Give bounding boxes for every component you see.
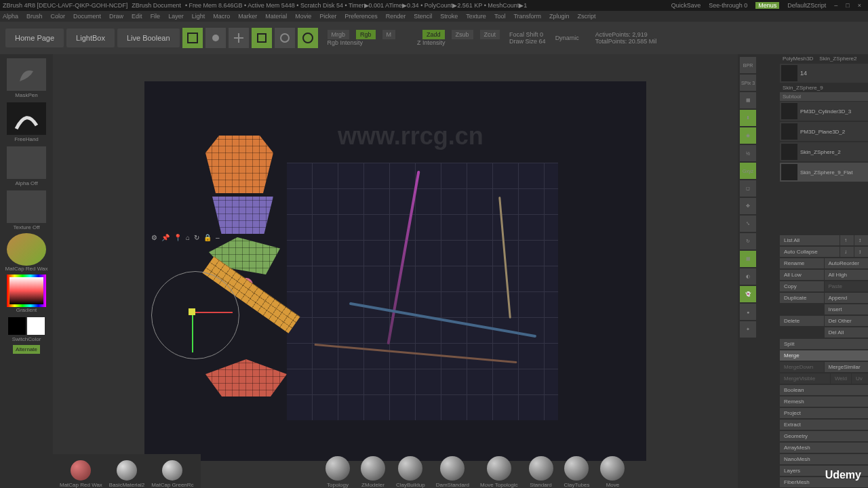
color-picker[interactable] (7, 274, 46, 307)
duplicate-button[interactable]: Duplicate (780, 293, 824, 303)
menu-transform[interactable]: Transform (513, 13, 541, 20)
brush-item[interactable]: ClayBuildup (396, 456, 425, 488)
gizmo-gear-icon[interactable]: ⚙ (151, 234, 157, 241)
menu-preferences[interactable]: Preferences (344, 13, 378, 20)
quicksave-button[interactable]: QuickSave (671, 2, 701, 9)
rgb-intensity-slider[interactable]: Rgb Intensity (328, 39, 363, 46)
menu-zplugin[interactable]: Zplugin (549, 13, 570, 20)
gizmo-lock-icon[interactable]: 🔒 (203, 234, 212, 241)
gizmo-marker-icon[interactable]: 📍 (174, 234, 182, 241)
mergevisible-button[interactable]: MergeVisible (780, 373, 830, 384)
material-item[interactable]: MatCap GreenRc (151, 460, 193, 488)
menu-marker[interactable]: Marker (238, 13, 257, 20)
autoreorder-button[interactable]: AutoReorder (825, 258, 869, 268)
tool-preview[interactable]: 14 (780, 64, 868, 83)
brush-item[interactable]: ZModeler (361, 456, 385, 488)
delother-button[interactable]: Del Other (825, 316, 869, 326)
main-color-swatch[interactable] (8, 317, 26, 335)
gizmo-y-axis[interactable] (192, 312, 193, 352)
solo-button[interactable]: ● (740, 304, 756, 320)
nanomesh-section[interactable]: NanoMesh (780, 454, 868, 464)
brush-preview[interactable] (7, 58, 46, 91)
menu-edit[interactable]: Edit (132, 13, 142, 20)
menu-document[interactable]: Document (73, 13, 101, 20)
allhigh-button[interactable]: All High (825, 270, 869, 280)
persp-button[interactable]: ▦ (740, 92, 756, 108)
brush-item[interactable]: Move (600, 456, 625, 488)
menu-zscript[interactable]: Zscript (578, 13, 596, 20)
tab-skin[interactable]: Skin_ZSphere2 (816, 54, 859, 63)
menu-brush[interactable]: Brush (26, 13, 43, 20)
arrow-up-icon[interactable]: ↑ (840, 235, 854, 245)
menu-draw[interactable]: Draw (109, 13, 123, 20)
subtool-item[interactable]: Skin_ZSphere_2 (780, 142, 868, 161)
seethrough-slider[interactable]: See-through 0 (709, 2, 747, 9)
arraymesh-section[interactable]: ArrayMesh (780, 443, 868, 453)
arrow-icon[interactable]: ↕ (854, 235, 868, 245)
zcut-button[interactable]: Zcut (480, 30, 500, 39)
defaultzscript-button[interactable]: DefaultZScript (787, 2, 826, 9)
gradient-label[interactable]: Gradient (16, 307, 37, 313)
brush-item[interactable]: Standard (529, 456, 553, 488)
spix-button[interactable]: SPix 3 (740, 75, 756, 91)
subtool-section-header[interactable]: Subtool (780, 92, 868, 101)
subtool-item[interactable]: Skin_ZSphere_9_Flat (780, 163, 868, 182)
edit-mode-button[interactable] (182, 28, 203, 48)
floor-button[interactable]: ⬇ (740, 110, 756, 126)
menu-render[interactable]: Render (386, 13, 406, 20)
scale-mode-button[interactable] (252, 28, 272, 48)
z-intensity-slider[interactable]: Z Intensity (417, 39, 446, 46)
draw-mode-button[interactable] (205, 28, 226, 48)
polyf-button[interactable]: ▦ (740, 251, 756, 267)
gizmo-center[interactable] (189, 308, 195, 315)
xpose-button[interactable]: Gxyz (740, 163, 756, 179)
brush-item[interactable]: ClayTubes (564, 456, 590, 488)
liveboolean-button[interactable]: Live Boolean (117, 28, 180, 47)
remesh-section[interactable]: Remesh (780, 396, 868, 407)
paste-button[interactable]: Paste (825, 281, 869, 291)
gizmo-reset-icon[interactable]: ↻ (194, 234, 199, 241)
switchcolor-label[interactable]: SwitchColor (12, 336, 41, 342)
delall-button[interactable]: Del All (825, 327, 869, 338)
mergesimilar-button[interactable]: MergeSimilar (825, 362, 869, 372)
material-item[interactable]: MatCap Red Wax (60, 460, 102, 488)
mesh-torso[interactable] (205, 136, 273, 193)
ghost-button[interactable]: 👻 (740, 286, 756, 302)
listall-button[interactable]: List All (780, 235, 840, 245)
focal-shift-slider[interactable]: Focal Shift 0 (509, 31, 546, 38)
menu-texture[interactable]: Texture (466, 13, 486, 20)
alllow-button[interactable]: All Low (780, 270, 824, 280)
secondary-color-swatch[interactable] (27, 317, 45, 335)
alpha-preview[interactable] (7, 146, 46, 179)
aahalf-button[interactable]: ½ (740, 145, 756, 161)
arrow-down-icon[interactable]: ↓ (840, 247, 854, 257)
menu-color[interactable]: Color (51, 13, 66, 20)
delete-button[interactable]: Delete (780, 316, 824, 326)
lightbox-button[interactable]: LightBox (66, 28, 115, 47)
local-button[interactable]: ◉ (740, 127, 756, 144)
menu-macro[interactable]: Macro (213, 13, 230, 20)
merge-section[interactable]: Merge (780, 350, 868, 361)
brush-item[interactable]: DamStandard (436, 456, 469, 488)
homepage-button[interactable]: Home Page (5, 28, 64, 47)
subtool-item[interactable]: PM3D_Cylinder3D_3 (780, 102, 868, 121)
menu-stencil[interactable]: Stencil (414, 13, 432, 20)
bpr-button[interactable]: BPR (740, 57, 756, 73)
menu-alpha[interactable]: Alpha (3, 13, 18, 20)
uv-button[interactable]: Uv (852, 373, 868, 384)
close-icon[interactable]: × (858, 2, 861, 9)
zadd-button[interactable]: Zadd (422, 30, 445, 39)
menus-toggle[interactable]: Menus (755, 2, 779, 9)
append-button[interactable]: Append (825, 293, 869, 303)
gizmo-rotate-circle[interactable] (151, 271, 239, 359)
material-preview[interactable] (7, 233, 46, 266)
extract-section[interactable]: Extract (780, 420, 868, 430)
rgb-button[interactable]: Rgb (356, 30, 376, 39)
weld-button[interactable]: Weld (831, 373, 851, 384)
stroke-preview[interactable] (7, 102, 46, 135)
brush-item[interactable]: Move Topologic (480, 456, 517, 488)
m-button[interactable]: M (382, 30, 396, 39)
dynamic-label[interactable]: Dynamic (555, 35, 579, 41)
maximize-icon[interactable]: □ (846, 2, 849, 9)
right-slider-column[interactable] (758, 54, 780, 488)
